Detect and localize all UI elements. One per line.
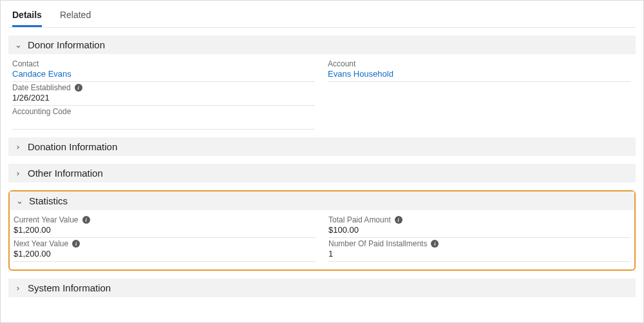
tab-bar: Details Related <box>8 6 636 28</box>
section-donation-information: › Donation Information <box>8 137 636 156</box>
section-statistics: ⌄ Statistics Current Year Value i $1,200… <box>10 191 634 269</box>
section-system-information: › System Information <box>8 279 636 297</box>
field-value: 1 <box>328 249 630 262</box>
section-header-other-information[interactable]: › Other Information <box>8 164 636 182</box>
section-other-information: › Other Information <box>8 164 636 182</box>
section-header-donation-information[interactable]: › Donation Information <box>8 137 636 156</box>
chevron-right-icon: › <box>14 142 23 152</box>
field-empty <box>328 107 630 130</box>
label-text: Current Year Value <box>14 215 79 224</box>
field-label: Account <box>328 59 630 68</box>
field-label: Accounting Code <box>12 107 315 116</box>
section-donor-information: ⌄ Donor Information Contact Candace Evan… <box>8 35 636 130</box>
info-icon: i <box>82 216 90 224</box>
tab-related[interactable]: Related <box>60 6 91 27</box>
field-number-of-paid-installments: Number Of Paid Installments i 1 <box>328 239 630 262</box>
field-row: Current Year Value i $1,200.00 Total Pai… <box>14 215 630 238</box>
section-title: Donation Information <box>28 141 117 152</box>
field-label: Number Of Paid Installments i <box>328 239 630 248</box>
label-text: Number Of Paid Installments <box>328 239 427 248</box>
section-title: Other Information <box>28 168 103 179</box>
info-icon: i <box>395 216 402 224</box>
section-header-donor-information[interactable]: ⌄ Donor Information <box>8 35 636 54</box>
field-value: 1/26/2021 <box>12 93 315 106</box>
field-value: $1,200.00 <box>14 225 316 238</box>
chevron-down-icon: ⌄ <box>14 40 23 50</box>
record-page: Details Related ⌄ Donor Information Cont… <box>0 0 644 323</box>
field-value: $100.00 <box>328 225 630 238</box>
section-title: Statistics <box>29 195 68 206</box>
field-accounting-code: Accounting Code <box>12 107 315 130</box>
field-date-established: Date Established i 1/26/2021 <box>12 83 315 106</box>
section-body: Contact Candace Evans Account Evans Hous… <box>8 54 636 130</box>
section-title: Donor Information <box>28 39 105 50</box>
field-current-year-value: Current Year Value i $1,200.00 <box>14 215 316 238</box>
field-row: Accounting Code <box>12 107 632 130</box>
section-title: System Information <box>28 282 111 293</box>
label-text: Total Paid Amount <box>328 215 391 224</box>
section-header-system-information[interactable]: › System Information <box>8 279 636 297</box>
tab-details[interactable]: Details <box>12 6 42 27</box>
chevron-down-icon: ⌄ <box>15 196 24 206</box>
highlight-box-statistics: ⌄ Statistics Current Year Value i $1,200… <box>8 190 636 271</box>
field-account: Account Evans Household <box>328 59 630 82</box>
label-text: Date Established <box>12 83 71 92</box>
field-label: Next Year Value i <box>14 239 316 248</box>
info-icon: i <box>431 240 439 248</box>
field-total-paid-amount: Total Paid Amount i $100.00 <box>328 215 630 238</box>
field-row: Contact Candace Evans Account Evans Hous… <box>12 59 632 82</box>
field-label: Total Paid Amount i <box>328 215 630 224</box>
field-label: Current Year Value i <box>14 215 316 224</box>
field-empty <box>328 83 630 106</box>
chevron-right-icon: › <box>14 283 23 293</box>
info-icon: i <box>75 84 82 92</box>
section-header-statistics[interactable]: ⌄ Statistics <box>10 191 634 210</box>
chevron-right-icon: › <box>14 168 23 178</box>
field-label: Contact <box>12 59 315 68</box>
field-label: Date Established i <box>12 83 315 92</box>
field-row: Date Established i 1/26/2021 <box>12 83 632 106</box>
field-contact: Contact Candace Evans <box>12 59 315 82</box>
info-icon: i <box>72 240 80 248</box>
field-row: Next Year Value i $1,200.00 Number Of Pa… <box>14 239 630 262</box>
field-value <box>12 117 315 130</box>
field-next-year-value: Next Year Value i $1,200.00 <box>14 239 316 262</box>
field-value: $1,200.00 <box>14 249 316 262</box>
section-body: Current Year Value i $1,200.00 Total Pai… <box>10 210 634 269</box>
label-text: Next Year Value <box>14 239 68 248</box>
contact-link[interactable]: Candace Evans <box>12 69 315 82</box>
account-link[interactable]: Evans Household <box>328 69 630 82</box>
